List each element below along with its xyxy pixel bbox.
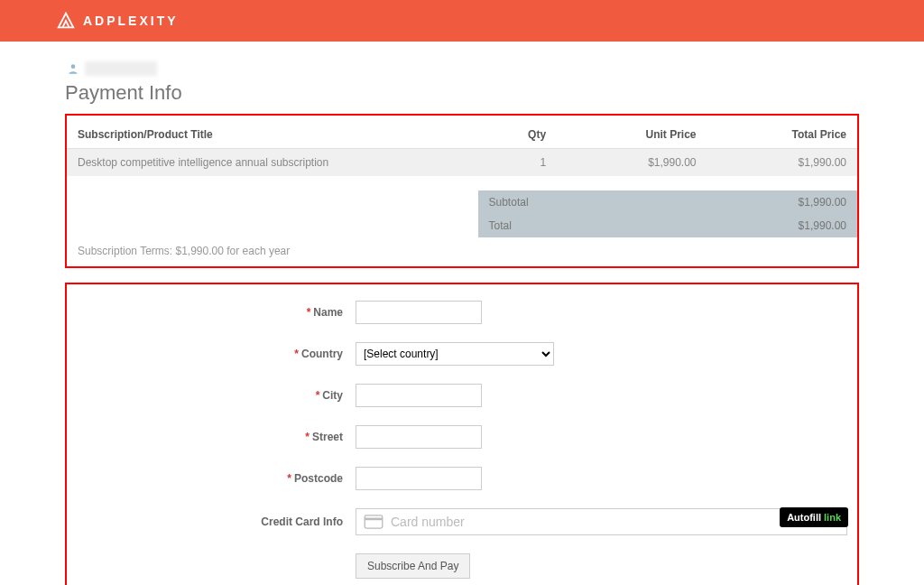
spacer-row — [67, 176, 857, 190]
brand-text: ADPLEXITY — [83, 14, 179, 28]
username-redacted — [85, 61, 157, 76]
page-title: Payment Info — [65, 81, 859, 105]
cc-input[interactable] — [391, 515, 839, 529]
cc-box[interactable] — [356, 508, 847, 535]
total-row: Total $1,990.00 — [67, 214, 857, 237]
col-qty: Qty — [478, 121, 558, 149]
subtotal-label: Subtotal — [478, 190, 558, 214]
table-row: Desktop competitive intelligence annual … — [67, 149, 857, 177]
name-input[interactable] — [356, 301, 482, 324]
city-label: *City — [76, 389, 356, 402]
card-icon — [364, 515, 383, 529]
postcode-input[interactable] — [356, 467, 482, 490]
cell-total: $1,990.00 — [707, 149, 857, 177]
svg-rect-1 — [365, 515, 383, 528]
total-value: $1,990.00 — [707, 214, 857, 237]
cc-label: Credit Card Info — [76, 515, 356, 528]
user-icon — [67, 62, 79, 75]
logo[interactable]: ADPLEXITY — [56, 11, 179, 31]
autofill-badge[interactable]: Autofilllink — [780, 507, 848, 527]
user-row — [67, 61, 859, 76]
cell-qty: 1 — [478, 149, 558, 177]
total-label: Total — [478, 214, 558, 237]
svg-rect-2 — [365, 518, 383, 521]
postcode-label: *Postcode — [76, 472, 356, 485]
city-input[interactable] — [356, 384, 482, 407]
name-label: *Name — [76, 306, 356, 319]
country-label: *Country — [76, 348, 356, 360]
product-table: Subscription/Product Title Qty Unit Pric… — [67, 121, 857, 237]
subscribe-and-pay-button[interactable]: Subscribe And Pay — [356, 553, 470, 579]
cell-unit: $1,990.00 — [557, 149, 707, 177]
subscription-terms: Subscription Terms: $1,990.00 for each y… — [67, 237, 857, 266]
street-label: *Street — [76, 431, 356, 443]
country-select[interactable]: [Select country] — [356, 342, 554, 366]
subtotal-row: Subtotal $1,990.00 — [67, 190, 857, 214]
col-title: Subscription/Product Title — [67, 121, 478, 149]
col-unit-price: Unit Price — [557, 121, 707, 149]
svg-point-0 — [71, 64, 76, 69]
order-summary-box: Subscription/Product Title Qty Unit Pric… — [65, 114, 859, 268]
col-total-price: Total Price — [707, 121, 857, 149]
payment-form-box: *Name *Country [Select country] *City *S… — [65, 283, 859, 585]
subtotal-value: $1,990.00 — [707, 190, 857, 214]
cell-title: Desktop competitive intelligence annual … — [67, 149, 478, 177]
street-input[interactable] — [356, 425, 482, 449]
logo-icon — [56, 11, 76, 31]
header-bar: ADPLEXITY — [0, 0, 924, 42]
